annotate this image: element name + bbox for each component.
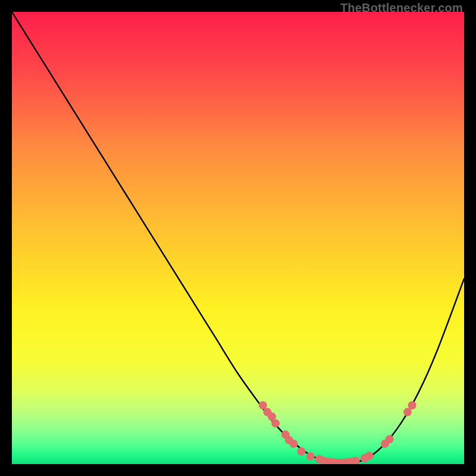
bottleneck-chart [12,12,464,464]
data-point [289,440,298,448]
data-point [271,419,280,428]
data-point [297,447,305,456]
data-point [259,401,267,409]
data-point [306,452,315,461]
data-point [365,452,373,460]
data-point [386,435,394,443]
watermark-text: TheBottlenecker.com [340,1,463,15]
chart-background [12,12,464,464]
data-point [403,408,412,416]
data-point [408,401,416,409]
chart-frame [12,12,464,464]
